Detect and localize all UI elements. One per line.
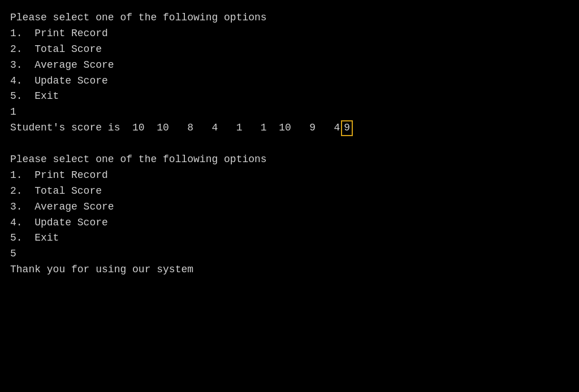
- thank-you-message: Thank you for using our system: [10, 262, 569, 278]
- menu-item-2b: 2. Total Score: [10, 184, 569, 199]
- scores-text: Student's score is 10 10 8 4 1 1 10 9 4: [10, 120, 340, 136]
- menu-item-5b: 5. Exit: [10, 230, 569, 246]
- highlighted-score: 9: [341, 120, 353, 136]
- menu-item-2a: 2. Total Score: [10, 42, 569, 58]
- menu-item-1b: 1. Print Record: [10, 168, 569, 184]
- menu-item-4a: 4. Update Score: [10, 73, 569, 89]
- user-input-2: 5: [10, 246, 569, 262]
- menu-item-3a: 3. Average Score: [10, 58, 569, 73]
- terminal-window: Please select one of the following optio…: [0, 0, 579, 392]
- scores-display-line: Student's score is 10 10 8 4 1 1 10 9 49: [10, 120, 569, 136]
- empty-line: [10, 136, 569, 152]
- menu-item-3b: 3. Average Score: [10, 199, 569, 215]
- prompt-line-2: Please select one of the following optio…: [10, 152, 569, 168]
- menu-item-5a: 5. Exit: [10, 89, 569, 104]
- prompt-line-1: Please select one of the following optio…: [10, 10, 569, 26]
- user-input-1: 1: [10, 104, 569, 120]
- menu-item-1a: 1. Print Record: [10, 26, 569, 42]
- menu-item-4b: 4. Update Score: [10, 215, 569, 231]
